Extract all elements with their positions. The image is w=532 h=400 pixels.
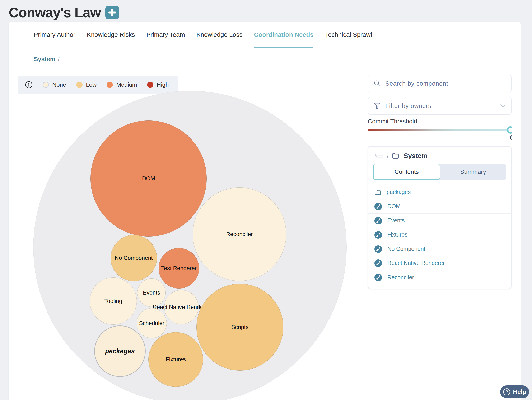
legend-dot-medium [107,82,113,88]
filter-funnel-icon [374,102,381,109]
contents-item-react-native-renderer[interactable]: React Native Renderer [368,256,511,270]
component-branch-icon [374,274,382,281]
folder-icon [374,189,381,195]
contents-item-events[interactable]: Events [368,214,511,228]
bubble-dom[interactable]: DOM [90,120,207,237]
tab-coordination-needs[interactable]: Coordination Needs [254,31,313,40]
contents-item-fixtures[interactable]: Fixtures [368,228,511,242]
legend-label: Low [86,81,96,88]
bubble-reconciler[interactable]: Reconciler [193,187,286,281]
bubble-test-renderer[interactable]: Test Renderer [158,248,199,289]
component-branch-icon [374,259,382,267]
risk-legend: NoneLowMediumHigh [18,76,178,94]
bubble-scheduler[interactable]: Scheduler [137,308,167,338]
component-branch-icon [374,203,382,210]
page-title: Conway's Law [9,5,101,20]
contents-item-packages[interactable]: packages [368,185,511,199]
contents-item-label: Fixtures [387,232,407,238]
system-explorer-panel: / System Contents Summary packages DOM E… [368,146,512,289]
tab-primary-author[interactable]: Primary Author [34,31,75,40]
slider-handle[interactable] [507,126,512,134]
component-branch-icon [374,217,382,224]
search-box[interactable]: Search by component [368,75,512,92]
search-icon [374,80,381,87]
app-header: Conway's Law [9,5,119,20]
folder-icon [392,153,399,159]
tabs-divider [9,49,520,49]
legend-dot-low [76,82,82,88]
chevron-down-icon [500,104,506,108]
legend-label: None [52,81,66,88]
filter-owners-dropdown[interactable]: Filter by owners [368,97,512,115]
legend-item-medium: Medium [107,81,137,88]
bubble-events[interactable]: Events [137,278,166,307]
contents-item-label: Events [387,217,405,224]
contents-list: packages DOM Events Fixtures No Componen… [368,185,511,284]
bubble-scripts[interactable]: Scripts [196,284,283,370]
breadcrumb-system[interactable]: System [34,56,55,63]
legend-item-none: None [43,81,66,88]
legend-item-high: High [147,81,169,88]
tab-technical-sprawl[interactable]: Technical Sprawl [325,31,372,40]
tab-knowledge-loss[interactable]: Knowledge Loss [196,31,242,40]
legend-label: High [157,81,169,88]
tab-contents[interactable]: Contents [373,164,440,180]
search-placeholder: Search by component [385,80,448,87]
add-button[interactable] [105,6,119,19]
bubble-no-component[interactable]: No Component [111,235,157,281]
breadcrumb-separator: / [58,56,60,63]
bubble-tooling[interactable]: Tooling [90,277,137,325]
plus-icon [108,9,116,17]
help-button[interactable]: ? Help [500,385,529,398]
filter-placeholder: Filter by owners [385,103,431,109]
panel-breadcrumb-separator: / [387,153,389,159]
contents-item-label: React Native Renderer [387,260,445,266]
slider-track[interactable] [368,129,509,131]
panel-title: System [404,152,428,160]
legend-dot-none [43,82,49,88]
question-icon: ? [503,388,510,395]
commit-threshold-slider: 0 [368,125,512,144]
component-branch-icon [374,245,382,253]
bubble-packages[interactable]: packages [94,326,146,377]
bubble-react-native-renderer[interactable]: React Native Renderer [164,290,198,324]
contents-item-label: No Component [387,246,425,252]
help-label: Help [513,388,526,395]
tab-summary[interactable]: Summary [440,164,506,180]
legend-item-low: Low [76,81,96,88]
contents-item-label: Reconciler [387,274,414,281]
main-card: Primary AuthorKnowledge RisksPrimary Tea… [9,22,520,400]
tab-bar: Primary AuthorKnowledge RisksPrimary Tea… [34,31,372,40]
back-arrow-icon[interactable] [374,153,384,159]
legend-items: NoneLowMediumHigh [43,81,169,88]
contents-item-no-component[interactable]: No Component [368,242,511,256]
panel-tab-switch: Contents Summary [373,164,506,180]
legend-label: Medium [116,81,137,88]
tab-primary-team[interactable]: Primary Team [146,31,185,40]
tab-knowledge-risks[interactable]: Knowledge Risks [87,31,135,40]
contents-item-label: packages [386,189,411,195]
commit-threshold-label: Commit Threshold [368,118,417,125]
breadcrumb: System / [34,56,60,63]
info-icon[interactable] [25,81,33,88]
bubble-fixtures[interactable]: Fixtures [148,332,203,387]
slider-value: 0 [510,134,512,141]
panel-header: / System [368,147,511,163]
contents-item-dom[interactable]: DOM [368,199,511,214]
contents-item-reconciler[interactable]: Reconciler [368,270,511,284]
component-branch-icon [374,231,382,239]
contents-item-label: DOM [387,203,401,209]
legend-dot-high [147,82,153,88]
